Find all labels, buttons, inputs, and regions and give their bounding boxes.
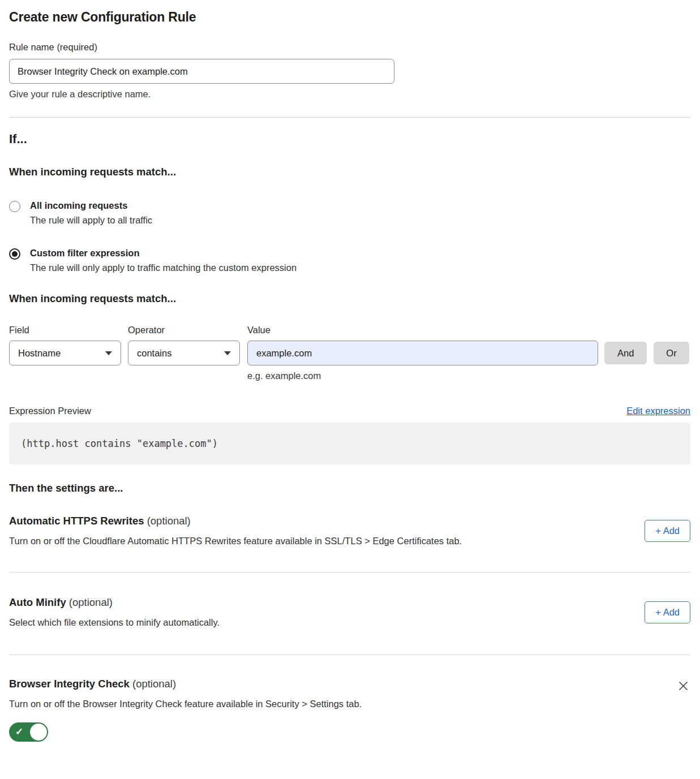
operator-label: Operator	[128, 325, 247, 335]
setting-description: Turn on or off the Cloudflare Automatic …	[9, 536, 462, 546]
setting-description: Select which file extensions to minify a…	[9, 617, 220, 628]
radio-option-custom-filter[interactable]: Custom filter expression The rule will o…	[9, 248, 690, 273]
setting-title: Browser Integrity Check (optional)	[9, 678, 362, 690]
radio-custom-filter[interactable]	[9, 248, 20, 260]
chevron-down-icon	[105, 351, 112, 355]
expression-preview-row: Expression Preview Edit expression	[9, 406, 690, 416]
and-button[interactable]: And	[604, 342, 647, 364]
section-divider	[9, 117, 690, 118]
setting-optional-suffix: (optional)	[132, 678, 176, 690]
setting-title: Auto Minify (optional)	[9, 596, 220, 609]
browser-integrity-check-toggle[interactable]: ✓	[9, 722, 48, 742]
or-button[interactable]: Or	[654, 342, 689, 364]
setting-auto-minify: Auto Minify (optional) Select which file…	[9, 596, 690, 628]
create-configuration-rule-form: Create new Configuration Rule Rule name …	[0, 0, 700, 751]
value-label: Value	[247, 325, 270, 335]
add-automatic-https-rewrites-button[interactable]: + Add	[645, 520, 690, 542]
setting-divider	[9, 655, 690, 655]
toggle-knob	[30, 724, 47, 741]
close-icon	[677, 680, 689, 692]
filter-controls-row: Hostname contains And Or	[9, 341, 690, 365]
setting-optional-suffix: (optional)	[147, 515, 191, 527]
if-heading: If...	[9, 132, 690, 147]
field-select[interactable]: Hostname	[9, 341, 121, 365]
then-settings-heading: Then the settings are...	[9, 482, 690, 494]
when-match-heading-2: When incoming requests match...	[9, 292, 690, 305]
setting-automatic-https-rewrites: Automatic HTTPS Rewrites (optional) Turn…	[9, 515, 690, 546]
setting-divider	[9, 572, 690, 573]
remove-setting-button[interactable]	[676, 679, 690, 695]
radio-custom-filter-label: Custom filter expression	[30, 248, 297, 259]
operator-select[interactable]: contains	[128, 341, 240, 365]
chevron-down-icon	[224, 351, 231, 355]
radio-custom-filter-description: The rule will only apply to traffic matc…	[30, 262, 297, 273]
expression-preview-label: Expression Preview	[9, 406, 91, 416]
rule-name-help: Give your rule a descriptive name.	[9, 89, 690, 100]
value-input[interactable]	[247, 341, 598, 365]
value-hint: e.g. example.com	[247, 371, 690, 381]
edit-expression-link[interactable]: Edit expression	[626, 406, 690, 416]
expression-code-block: (http.host contains "example.com")	[9, 423, 690, 464]
setting-title: Automatic HTTPS Rewrites (optional)	[9, 515, 462, 527]
radio-all-requests[interactable]	[9, 201, 20, 212]
setting-description: Turn on or off the Browser Integrity Che…	[9, 699, 362, 709]
when-match-heading-1: When incoming requests match...	[9, 166, 690, 178]
setting-title-text: Automatic HTTPS Rewrites	[9, 515, 144, 527]
radio-all-requests-label: All incoming requests	[30, 200, 152, 211]
field-select-value: Hostname	[18, 348, 61, 359]
setting-browser-integrity-check: Browser Integrity Check (optional) Turn …	[9, 678, 690, 742]
rule-name-input[interactable]	[9, 59, 394, 84]
check-icon: ✓	[15, 726, 23, 738]
setting-title-text: Auto Minify	[9, 596, 66, 608]
filter-column-labels: Field Operator Value	[9, 325, 690, 335]
rule-name-label: Rule name (required)	[9, 42, 690, 53]
setting-title-text: Browser Integrity Check	[9, 678, 130, 690]
setting-optional-suffix: (optional)	[69, 596, 113, 608]
operator-select-value: contains	[137, 348, 171, 359]
page-title: Create new Configuration Rule	[9, 10, 690, 25]
field-label: Field	[9, 325, 128, 335]
add-auto-minify-button[interactable]: + Add	[645, 601, 690, 623]
radio-option-all-requests[interactable]: All incoming requests The rule will appl…	[9, 200, 690, 226]
radio-all-requests-description: The rule will apply to all traffic	[30, 215, 152, 226]
